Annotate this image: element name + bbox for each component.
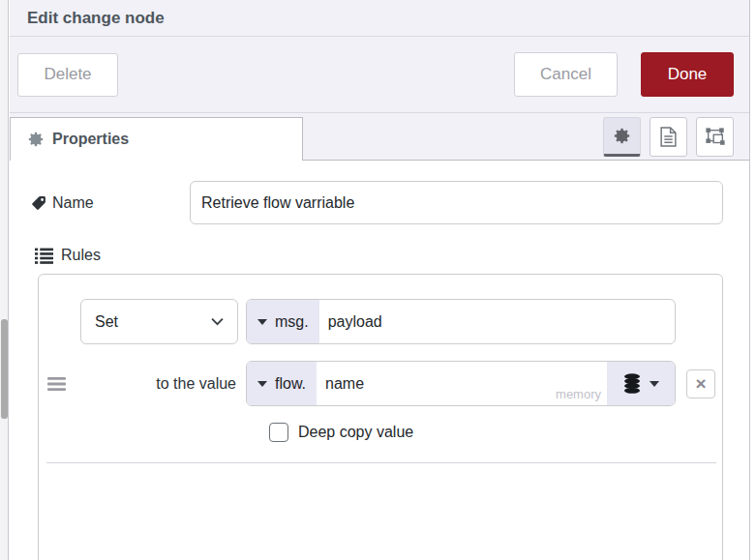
context-store-button[interactable] <box>607 362 675 405</box>
list-icon <box>35 248 53 264</box>
rule-target-row: Set msg. <box>80 299 722 344</box>
caret-down-icon <box>257 381 267 387</box>
rules-container: Set msg. <box>38 274 723 560</box>
tab-button-properties[interactable] <box>603 117 641 157</box>
target-property-input[interactable] <box>319 300 675 343</box>
target-type-button[interactable]: msg. <box>247 300 319 343</box>
tab-properties[interactable]: Properties <box>10 117 303 161</box>
target-field-wrap <box>319 300 675 343</box>
dialog-title: Edit change node <box>27 9 165 28</box>
drag-handle-icon[interactable] <box>47 377 66 391</box>
delete-button[interactable]: Delete <box>17 53 118 97</box>
deep-copy-row: Deep copy value <box>269 423 722 442</box>
gear-icon <box>28 132 44 147</box>
done-button[interactable]: Done <box>641 52 734 97</box>
appearance-icon <box>705 127 726 148</box>
to-the-value-label: to the value <box>66 375 238 393</box>
deep-copy-checkbox[interactable] <box>269 423 288 442</box>
name-row: Name <box>27 181 723 224</box>
remove-rule-button[interactable]: × <box>686 369 715 398</box>
cancel-button[interactable]: Cancel <box>514 52 618 97</box>
toolbar-right-group: Cancel Done <box>514 52 734 97</box>
close-icon: × <box>695 374 706 393</box>
context-store-hint: memory <box>556 387 601 401</box>
name-input[interactable] <box>190 181 723 224</box>
tray-body: Name Rules <box>10 161 749 560</box>
tab-button-appearance[interactable] <box>696 117 734 157</box>
value-field-wrap: memory <box>317 362 607 405</box>
tray-tab-bar: Properties <box>10 113 749 161</box>
tab-icon-buttons <box>603 117 734 157</box>
scrollbar-thumb[interactable] <box>1 319 8 419</box>
edit-change-node-dialog: Edit change node Delete Cancel Done <box>0 0 756 560</box>
document-icon <box>660 127 677 147</box>
rules-section-label: Rules <box>35 247 723 264</box>
rule-value-row: to the value flow. memory <box>47 361 722 406</box>
chevron-down-icon <box>211 317 224 326</box>
gear-icon <box>614 128 630 144</box>
value-type-button[interactable]: flow. <box>247 362 317 405</box>
tab-button-description[interactable] <box>650 117 687 157</box>
caret-down-icon <box>257 319 267 325</box>
target-prefix-label: msg. <box>275 313 309 331</box>
deep-copy-label[interactable]: Deep copy value <box>298 424 413 441</box>
database-icon <box>623 373 641 394</box>
action-select-value: Set <box>95 313 118 331</box>
target-typed-input: msg. <box>246 299 676 344</box>
name-label: Name <box>52 194 94 212</box>
tray-toolbar: Delete Cancel Done <box>10 37 749 113</box>
workspace-edge <box>0 0 9 560</box>
action-select[interactable]: Set <box>80 299 238 344</box>
tray-header: Edit change node <box>10 0 749 37</box>
value-typed-input: flow. memory <box>246 361 676 406</box>
caret-down-icon <box>650 381 659 387</box>
rules-label: Rules <box>61 247 101 264</box>
tab-properties-label: Properties <box>52 131 129 148</box>
editor-tray: Edit change node Delete Cancel Done <box>10 0 750 560</box>
tag-icon <box>31 195 46 211</box>
value-prefix-label: flow. <box>275 375 306 393</box>
name-label-group: Name <box>27 194 190 212</box>
rule-divider <box>46 462 716 463</box>
